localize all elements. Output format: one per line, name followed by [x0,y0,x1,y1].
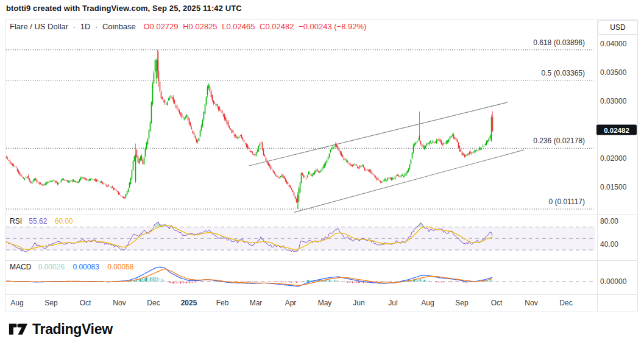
rsi-ma-value: 60.00 [55,217,73,225]
time-axis-label: Oct [491,299,503,307]
rsi-scale-label: 80.00 [600,217,618,225]
fib-level-label: 0 (0.01117) [548,197,585,206]
attribution-text: btotti9 created with TradingView.com, Se… [6,4,242,13]
price-scale-separator [597,20,598,311]
time-axis-label: Feb [216,299,229,307]
macd-title: MACD [10,263,31,271]
time-axis-label: May [318,299,332,307]
interval-label: 1D [80,22,91,31]
macd-scale-label: 0.00000 [600,277,626,286]
fib-level-label: 0.5 (0.03365) [542,69,585,77]
price-tick-label: 0.02000 [600,154,626,163]
time-axis-label: Nov [525,299,537,307]
macd-legend[interactable]: MACD 0.00026 0.00083 0.00058 [10,263,134,271]
ohlc-change: −0.00243 (−8.92%) [299,22,366,31]
frame-top-border [5,20,638,20]
ohlc-open: O0.02729 [143,22,178,31]
time-axis-label: Dec [147,299,160,307]
time-axis-label: Sep [44,299,57,307]
legend-separator: · [73,22,76,31]
frame-right-border [637,20,638,311]
rsi-title: RSI [10,217,22,225]
exchange-label: Coinbase [102,22,136,31]
tradingview-logo[interactable]: TradingView [9,321,113,338]
tradingview-logo-text: TradingView [32,321,113,338]
time-axis-label: Mar [250,299,263,307]
symbol-legend[interactable]: Flare / US Dollar · 1D · Coinbase O0.027… [10,22,369,31]
time-axis-label: Nov [113,299,126,307]
time-axis-label: Jul [388,299,397,307]
frame-bottom-border [5,311,638,311]
fib-level-label: 0.236 (0.02178) [533,137,585,145]
time-axis-label: 2025 [181,299,197,307]
macd-line-value: 0.00083 [73,263,99,271]
price-tick-label: 0.01500 [600,183,626,191]
rsi-value: 55.62 [29,217,47,225]
price-tick-label: 0.03500 [600,68,626,77]
rsi-scale-label: 40.00 [600,240,618,249]
macd-pane-separator[interactable] [5,260,638,261]
currency-button[interactable]: USD [598,20,638,35]
fib-level-label: 0.618 (0.03896) [533,38,585,47]
time-axis-label: Aug [10,299,23,307]
frame-left-border [5,20,5,311]
tradingview-chart-screenshot: btotti9 created with TradingView.com, Se… [0,0,644,348]
time-axis-label: Jun [353,299,364,307]
time-axis-label: Oct [80,299,91,307]
tradingview-logo-icon [9,321,28,338]
ohlc-close: C0.02482 [260,22,294,31]
price-tick-label: 0.03000 [600,97,626,105]
ohlc-high: H0.02825 [183,22,217,31]
time-axis-label: Apr [285,299,297,307]
rsi-pane-separator[interactable] [5,215,638,215]
rsi-legend[interactable]: RSI 55.62 60.00 [10,217,73,225]
ohlc-low: L0.02465 [222,22,255,31]
time-axis-separator [5,294,638,295]
price-tick-label: 0.04000 [600,40,626,48]
last-price-badge: 0.02482 [596,125,637,135]
macd-hist-value: 0.00026 [38,263,65,271]
legend-separator: · [95,22,97,31]
time-axis-label: Sep [455,299,468,307]
macd-signal-value: 0.00058 [107,263,133,271]
time-axis-label: Dec [559,299,572,307]
symbol-name: Flare / US Dollar [10,22,68,31]
time-axis-label: Aug [421,299,434,307]
